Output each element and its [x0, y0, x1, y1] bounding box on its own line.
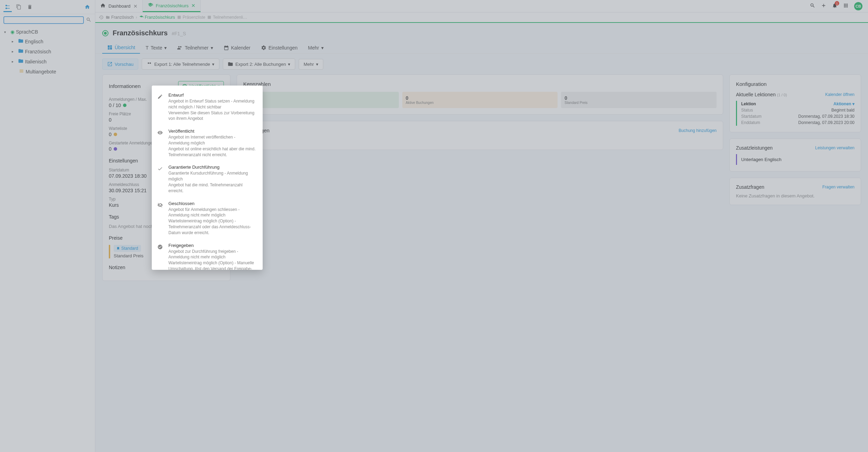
status-option-garantierte-durchführung[interactable]: Garantierte DurchführungGarantierte Kurs… — [152, 161, 263, 197]
status-option-entwurf[interactable]: EntwurfAngebot in Entwurf Status setzen … — [152, 89, 263, 125]
status-option-desc2: Angebot hat die mind. Teilnehmeranzahl e… — [168, 182, 257, 194]
eye-off-icon — [157, 201, 164, 236]
status-option-desc: Angebot in Entwurf Status setzen - Anmel… — [168, 98, 257, 110]
status-option-geschlossen[interactable]: GeschlossenAngebot für Anmeldungen schli… — [152, 197, 263, 239]
status-option-desc2: Wartelisteneintrag möglich (Option) - Ma… — [168, 260, 257, 270]
status-option-title: Geschlossen — [168, 201, 257, 206]
eye-icon — [157, 128, 164, 158]
status-option-freigegeben[interactable]: FreigegebenAngebot zur Durchführung frei… — [152, 239, 263, 270]
status-option-desc: Angebot zur Durchführung freigeben - Anm… — [168, 249, 257, 260]
check-circle-icon — [157, 243, 164, 270]
status-option-veröffentlicht[interactable]: VeröffentlichtAngebot im Internet veröff… — [152, 125, 263, 161]
check-icon — [157, 165, 164, 194]
status-option-title: Freigegeben — [168, 243, 257, 248]
status-option-desc2: Angebot ist online ersichtlich hat aber … — [168, 146, 257, 158]
modal-overlay[interactable] — [0, 0, 868, 452]
status-option-title: Entwurf — [168, 92, 257, 98]
status-option-desc: Angebot für Anmeldungen schliessen - Anm… — [168, 207, 257, 219]
status-option-desc: Angebot im Internet veröffentlichen - An… — [168, 134, 257, 146]
status-option-desc: Garantierte Kursdurchführung - Anmeldung… — [168, 170, 257, 182]
status-option-desc2: Wartelisteneintrag möglich (Option) - Te… — [168, 218, 257, 236]
status-option-title: Veröffentlicht — [168, 128, 257, 134]
status-option-title: Garantierte Durchführung — [168, 165, 257, 170]
status-popover: EntwurfAngebot in Entwurf Status setzen … — [152, 86, 263, 270]
edit-icon — [157, 92, 164, 122]
status-option-desc2: Verwenden Sie diesen Status zur Vorberei… — [168, 110, 257, 122]
